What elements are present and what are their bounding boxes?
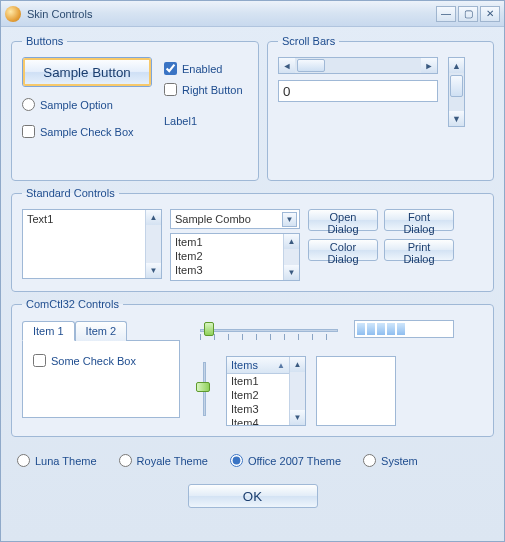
- scroll-up-button[interactable]: ▲: [449, 58, 464, 73]
- font-dialog-button[interactable]: Font Dialog: [384, 209, 454, 231]
- text-area[interactable]: Text1 ▲ ▼: [22, 209, 162, 279]
- enabled-label: Enabled: [182, 63, 222, 75]
- client-area: Buttons Sample Button Sample Option Samp…: [1, 27, 504, 541]
- maximize-button[interactable]: ▢: [458, 6, 478, 22]
- list-item[interactable]: Item3: [175, 263, 281, 277]
- listview-header[interactable]: Items ▲: [227, 357, 289, 374]
- vertical-slider[interactable]: [194, 356, 216, 422]
- scroll-right-button[interactable]: ►: [421, 58, 437, 73]
- empty-panel: [316, 356, 396, 426]
- sample-button[interactable]: Sample Button: [22, 57, 152, 87]
- titlebar[interactable]: Skin Controls — ▢ ✕: [1, 1, 504, 27]
- label1: Label1: [164, 115, 243, 127]
- comctl32-group: ComCtl32 Controls Item 1 Item 2 Some Che…: [11, 298, 494, 437]
- hscroll-thumb[interactable]: [297, 59, 325, 72]
- some-checkbox[interactable]: Some Check Box: [33, 354, 169, 367]
- minimize-button[interactable]: —: [436, 6, 456, 22]
- tab-item2[interactable]: Item 2: [75, 321, 128, 341]
- slider-ticks: [200, 334, 338, 340]
- some-checkbox-label: Some Check Box: [51, 355, 136, 367]
- sample-option-input[interactable]: [22, 98, 35, 111]
- text-area-value: Text1: [27, 213, 53, 225]
- textarea-scrollbar[interactable]: ▲ ▼: [145, 210, 161, 278]
- list-box[interactable]: Item1 Item2 Item3 ▲ ▼: [170, 233, 300, 281]
- office2007-theme-radio[interactable]: Office 2007 Theme: [230, 454, 341, 467]
- royale-radio-input[interactable]: [119, 454, 132, 467]
- app-window: Skin Controls — ▢ ✕ Buttons Sample Butto…: [0, 0, 505, 542]
- enabled-checkbox-input[interactable]: [164, 62, 177, 75]
- sort-icon: ▲: [277, 361, 285, 370]
- chevron-down-icon[interactable]: ▼: [282, 212, 297, 227]
- hscroll-track[interactable]: [295, 58, 421, 73]
- luna-label: Luna Theme: [35, 455, 97, 467]
- right-button-checkbox[interactable]: Right Button: [164, 83, 243, 96]
- sample-option-radio[interactable]: Sample Option: [22, 98, 152, 111]
- right-button-label: Right Button: [182, 84, 243, 96]
- listview-row[interactable]: Item1: [227, 374, 289, 388]
- comctl32-legend: ComCtl32 Controls: [22, 298, 123, 310]
- office2007-label: Office 2007 Theme: [248, 455, 341, 467]
- scroll-left-button[interactable]: ◄: [279, 58, 295, 73]
- theme-selector: Luna Theme Royale Theme Office 2007 Them…: [11, 443, 494, 472]
- tab-item1[interactable]: Item 1: [22, 321, 75, 341]
- vertical-scrollbar[interactable]: ▲ ▼: [448, 57, 465, 127]
- progress-bar: [354, 320, 454, 338]
- listview-row[interactable]: Item2: [227, 388, 289, 402]
- slider-rail: [200, 329, 338, 332]
- luna-theme-radio[interactable]: Luna Theme: [17, 454, 97, 467]
- print-dialog-button[interactable]: Print Dialog: [384, 239, 454, 261]
- buttons-legend: Buttons: [22, 35, 67, 47]
- tab-container: Item 1 Item 2 Some Check Box: [22, 320, 180, 418]
- office2007-radio-input[interactable]: [230, 454, 243, 467]
- standard-controls-group: Standard Controls Text1 ▲ ▼ Sample Combo…: [11, 187, 494, 292]
- textarea-scroll-up[interactable]: ▲: [146, 210, 161, 225]
- close-button[interactable]: ✕: [480, 6, 500, 22]
- list-item[interactable]: Item2: [175, 249, 281, 263]
- listview-row[interactable]: Item3: [227, 402, 289, 416]
- list-item[interactable]: Item1: [175, 235, 281, 249]
- horizontal-scrollbar[interactable]: ◄ ►: [278, 57, 438, 74]
- standard-legend: Standard Controls: [22, 187, 119, 199]
- slider-thumb[interactable]: [204, 322, 214, 336]
- combo-value: Sample Combo: [175, 213, 251, 225]
- listbox-scroll-down[interactable]: ▼: [284, 265, 299, 280]
- listbox-scrollbar[interactable]: ▲ ▼: [283, 234, 299, 280]
- open-dialog-button[interactable]: Open Dialog: [308, 209, 378, 231]
- color-dialog-button[interactable]: Color Dialog: [308, 239, 378, 261]
- sample-checkbox-input[interactable]: [22, 125, 35, 138]
- system-theme-radio[interactable]: System: [363, 454, 418, 467]
- royale-theme-radio[interactable]: Royale Theme: [119, 454, 208, 467]
- list-view[interactable]: Items ▲ Item1 Item2 Item3 Item4 ▲ ▼: [226, 356, 306, 426]
- sample-checkbox[interactable]: Sample Check Box: [22, 125, 152, 138]
- some-checkbox-input[interactable]: [33, 354, 46, 367]
- system-label: System: [381, 455, 418, 467]
- buttons-group: Buttons Sample Button Sample Option Samp…: [11, 35, 259, 181]
- listview-scrollbar[interactable]: ▲ ▼: [289, 357, 305, 425]
- enabled-checkbox[interactable]: Enabled: [164, 62, 243, 75]
- tab-panel: Some Check Box: [22, 340, 180, 418]
- listview-scroll-down[interactable]: ▼: [290, 410, 305, 425]
- sample-option-label: Sample Option: [40, 99, 113, 111]
- listview-row[interactable]: Item4: [227, 416, 289, 426]
- vscroll-thumb[interactable]: [450, 75, 463, 97]
- system-radio-input[interactable]: [363, 454, 376, 467]
- scrollbars-legend: Scroll Bars: [278, 35, 339, 47]
- scroll-down-button[interactable]: ▼: [449, 111, 464, 126]
- numeric-input[interactable]: [278, 80, 438, 102]
- vslider-thumb[interactable]: [196, 382, 210, 392]
- horizontal-slider[interactable]: [194, 320, 344, 342]
- vscroll-track[interactable]: [449, 73, 464, 111]
- sample-combo[interactable]: Sample Combo ▼: [170, 209, 300, 229]
- ok-button[interactable]: OK: [188, 484, 318, 508]
- textarea-scroll-down[interactable]: ▼: [146, 263, 161, 278]
- listview-header-text: Items: [231, 359, 258, 371]
- scrollbars-group: Scroll Bars ◄ ► ▲: [267, 35, 494, 181]
- listbox-scroll-up[interactable]: ▲: [284, 234, 299, 249]
- right-button-checkbox-input[interactable]: [164, 83, 177, 96]
- window-title: Skin Controls: [27, 8, 436, 20]
- listview-scroll-up[interactable]: ▲: [290, 357, 305, 372]
- luna-radio-input[interactable]: [17, 454, 30, 467]
- app-icon: [5, 6, 21, 22]
- royale-label: Royale Theme: [137, 455, 208, 467]
- sample-checkbox-label: Sample Check Box: [40, 126, 134, 138]
